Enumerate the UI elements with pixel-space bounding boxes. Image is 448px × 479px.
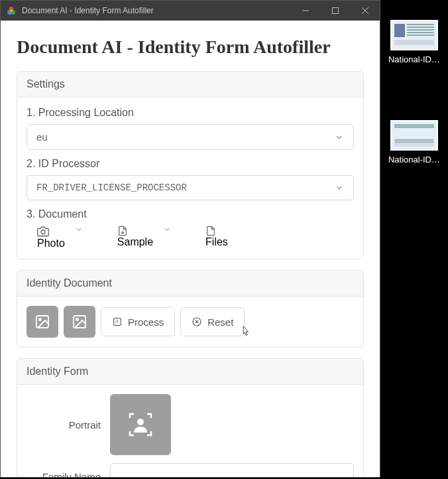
window-minimize-button[interactable] bbox=[290, 1, 320, 21]
photo-label: Photo bbox=[37, 238, 65, 249]
portrait-placeholder[interactable] bbox=[110, 394, 171, 455]
file-icon bbox=[205, 226, 228, 236]
app-logo-icon bbox=[6, 5, 17, 16]
x-circle-icon bbox=[192, 316, 202, 327]
portrait-label: Portrait bbox=[27, 419, 101, 431]
identity-document-header: Identity Document bbox=[17, 271, 363, 297]
portrait-scan-icon bbox=[125, 409, 156, 441]
identity-document-panel: Identity Document Process bbox=[17, 270, 364, 348]
chevron-down-icon bbox=[335, 183, 344, 192]
id-processor-select[interactable]: FR_DRIVER_LICENSE_PROCESSOR bbox=[27, 175, 354, 200]
photo-dropdown-button[interactable] bbox=[75, 226, 101, 249]
processing-location-select[interactable]: eu bbox=[27, 124, 354, 150]
desktop-area[interactable]: National-ID… National-ID… bbox=[380, 0, 448, 479]
reset-label: Reset bbox=[207, 316, 233, 328]
chevron-down-icon bbox=[335, 133, 344, 142]
sample-label: Sample bbox=[117, 236, 153, 247]
photo-button-group: Photo bbox=[27, 226, 101, 249]
id-processor-value: FR_DRIVER_LICENSE_PROCESSOR bbox=[36, 182, 187, 193]
document-front-thumb[interactable] bbox=[27, 306, 58, 338]
sample-dropdown-button[interactable] bbox=[163, 226, 190, 249]
sample-button-group: Sample bbox=[107, 226, 190, 249]
window-title: Document AI - Identity Form Autofiller bbox=[22, 6, 154, 15]
refresh-icon bbox=[112, 316, 123, 327]
desktop-file-national-id-front[interactable]: National-ID… bbox=[387, 20, 441, 64]
svg-point-8 bbox=[41, 230, 45, 234]
sample-button[interactable]: Sample bbox=[107, 226, 164, 249]
desktop-file-label: National-ID… bbox=[388, 155, 440, 165]
files-label: Files bbox=[205, 236, 228, 247]
process-label: Process bbox=[128, 316, 164, 328]
svg-point-10 bbox=[39, 318, 41, 320]
svg-point-17 bbox=[137, 419, 144, 425]
files-button[interactable]: Files bbox=[195, 226, 239, 249]
settings-panel: Settings 1. Processing Location eu 2. ID… bbox=[17, 71, 364, 259]
titlebar: Document AI - Identity Form Autofiller bbox=[1, 1, 380, 21]
family-name-label: Family Name bbox=[27, 471, 101, 478]
processing-location-label: 1. Processing Location bbox=[27, 107, 354, 119]
document-back-thumb[interactable] bbox=[64, 306, 95, 338]
document-label: 3. Document bbox=[27, 208, 354, 220]
window-maximize-button[interactable] bbox=[320, 1, 350, 21]
id-card-front-thumb-icon bbox=[390, 20, 438, 50]
desktop-file-label: National-ID… bbox=[388, 54, 440, 64]
photo-button[interactable]: Photo bbox=[27, 226, 76, 249]
id-card-back-thumb-icon bbox=[390, 120, 438, 151]
download-icon bbox=[117, 226, 153, 236]
identity-form-header: Identity Form bbox=[17, 359, 363, 385]
identity-form-panel: Identity Form Portrait bbox=[17, 358, 364, 477]
app-window: Document AI - Identity Form Autofiller D… bbox=[0, 0, 380, 478]
family-name-row: Family Name bbox=[27, 463, 354, 477]
svg-point-12 bbox=[76, 318, 78, 320]
desktop-file-national-id-back[interactable]: National-ID… bbox=[387, 120, 441, 165]
processing-location-value: eu bbox=[36, 131, 48, 143]
settings-panel-header: Settings bbox=[17, 72, 363, 98]
reset-button[interactable]: Reset bbox=[180, 307, 245, 336]
portrait-row: Portrait bbox=[27, 394, 354, 455]
camera-icon bbox=[37, 226, 65, 238]
family-name-input[interactable] bbox=[110, 463, 354, 477]
window-close-button[interactable] bbox=[350, 1, 380, 21]
content-area[interactable]: Document AI - Identity Form Autofiller S… bbox=[1, 21, 380, 477]
svg-rect-5 bbox=[332, 8, 338, 14]
svg-point-3 bbox=[10, 9, 13, 12]
page-title: Document AI - Identity Form Autofiller bbox=[17, 36, 364, 58]
id-processor-label: 2. ID Processor bbox=[27, 158, 354, 170]
process-button[interactable]: Process bbox=[101, 307, 175, 336]
